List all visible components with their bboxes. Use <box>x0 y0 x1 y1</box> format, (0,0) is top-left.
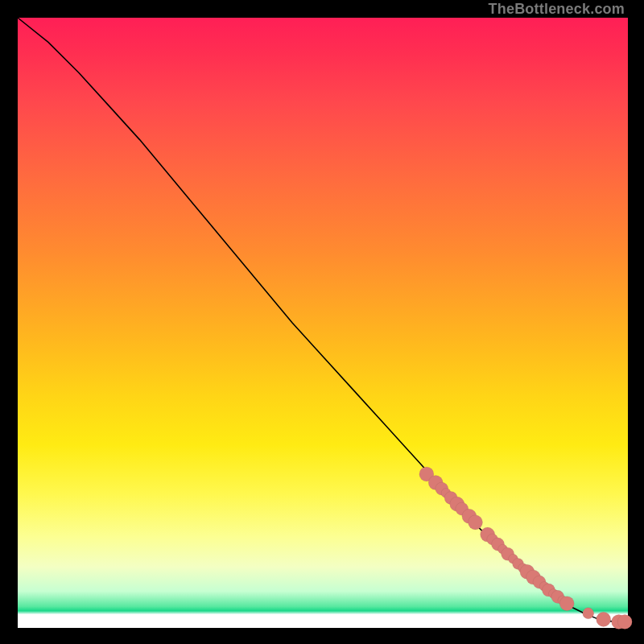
curve-path <box>18 18 628 621</box>
data-point <box>583 608 594 619</box>
data-point <box>617 614 632 629</box>
plot-area: TheBottleneck.com <box>18 18 628 628</box>
watermark-text: TheBottleneck.com <box>489 2 625 16</box>
data-point <box>468 515 482 530</box>
data-point <box>559 597 574 611</box>
data-point <box>597 612 611 626</box>
chart-stage: TheBottleneck.com <box>0 0 644 644</box>
chart-overlay-svg <box>18 18 628 628</box>
scatter-group <box>419 467 632 629</box>
